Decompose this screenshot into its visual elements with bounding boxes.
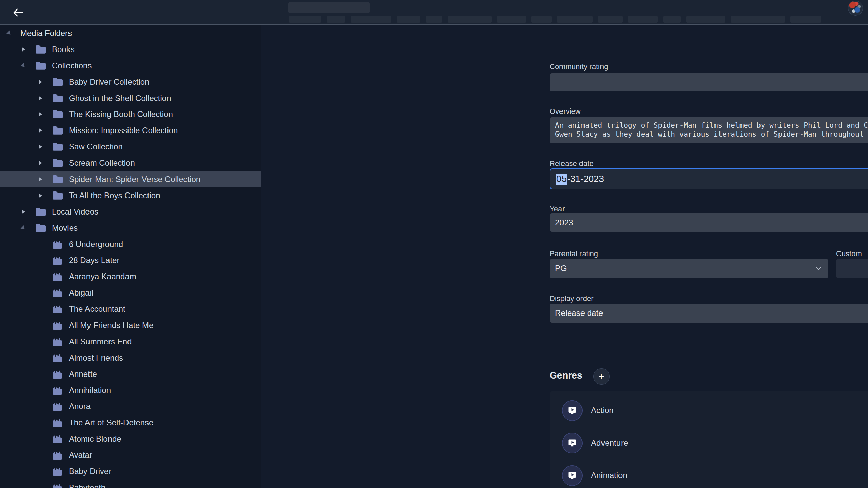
sidebar-item-to-all-the-boys-collection[interactable]: To All the Boys Collection [0, 187, 261, 204]
chevron-collapsed-icon[interactable] [39, 161, 52, 165]
folder-icon [35, 223, 47, 233]
folder-icon [52, 158, 64, 168]
sidebar-item-label: Baby Driver Collection [69, 77, 149, 87]
release-date-input[interactable]: 05 -31-2023 [550, 168, 868, 189]
sidebar-item-label: Saw Collection [69, 142, 123, 151]
parental-rating-select[interactable]: PG [550, 259, 828, 278]
release-date-label: Release date [550, 159, 594, 168]
obscured-path-text [289, 16, 821, 23]
movie-icon [52, 336, 64, 347]
year-input[interactable] [550, 214, 868, 232]
genre-label: Animation [591, 471, 627, 480]
community-rating-input[interactable] [550, 73, 868, 92]
sidebar-item-baby-driver[interactable]: Baby Driver [0, 463, 261, 480]
chevron-collapsed-icon[interactable] [39, 128, 52, 133]
movie-icon [52, 482, 64, 488]
sidebar-item-the-art-of-self-defense[interactable]: The Art of Self-Defense [0, 414, 261, 431]
overview-textarea[interactable]: An animated trilogy of Spider-Man films … [550, 117, 868, 143]
chevron-collapsed-icon[interactable] [39, 144, 52, 149]
sidebar-item-label: The Art of Self-Defense [69, 418, 153, 427]
community-rating-label: Community rating [550, 62, 608, 71]
sidebar-item-movies[interactable]: Movies [0, 220, 261, 236]
user-avatar[interactable] [848, 1, 863, 16]
sidebar-item-anora[interactable]: Anora [0, 398, 261, 414]
sidebar-item-6-underground[interactable]: 6 Underground [0, 236, 261, 252]
add-genre-button[interactable]: + [593, 368, 610, 385]
sidebar-item-babyteeth[interactable]: Babyteeth [0, 480, 261, 488]
play-box-icon [562, 465, 583, 486]
sidebar-item-abigail[interactable]: Abigail [0, 285, 261, 301]
back-button[interactable] [12, 7, 24, 18]
sidebar-item-28-days-later[interactable]: 28 Days Later [0, 252, 261, 268]
sidebar-item-spider-man-spider-verse-collection[interactable]: Spider-Man: Spider-Verse Collection [0, 171, 261, 187]
media-folder-tree[interactable]: BooksCollectionsBaby Driver CollectionGh… [0, 41, 261, 488]
sidebar-item-all-summers-end[interactable]: All Summers End [0, 333, 261, 350]
chevron-collapsed-icon[interactable] [39, 112, 52, 117]
sidebar-item-label: Baby Driver [69, 467, 111, 476]
folder-icon [52, 142, 64, 152]
sidebar-root-label: Media Folders [20, 28, 72, 38]
sidebar-item-label: All Summers End [69, 337, 132, 346]
top-app-bar [0, 0, 868, 25]
sidebar-item-label: To All the Boys Collection [69, 191, 160, 200]
sidebar-item-label: 6 Underground [69, 240, 123, 249]
sidebar-item-label: Avatar [69, 450, 92, 460]
parental-rating-label: Parental rating [550, 249, 598, 258]
chevron-expanded-icon[interactable] [22, 63, 35, 68]
chevron-collapsed-icon[interactable] [22, 47, 35, 52]
movie-icon [52, 304, 64, 314]
sidebar-item-media-folders[interactable]: Media Folders [0, 25, 261, 41]
sidebar-item-label: Aaranya Kaandam [69, 272, 136, 281]
movie-icon [52, 433, 64, 444]
sidebar-item-local-videos[interactable]: Local Videos [0, 204, 261, 220]
chevron-expanded-icon[interactable] [7, 31, 20, 36]
media-folders-sidebar[interactable]: Media Folders BooksCollectionsBaby Drive… [0, 25, 261, 488]
chevron-expanded-icon[interactable] [22, 226, 35, 230]
sidebar-item-aaranya-kaandam[interactable]: Aaranya Kaandam [0, 268, 261, 285]
sidebar-item-annette[interactable]: Annette [0, 366, 261, 382]
folder-icon [35, 44, 47, 55]
folder-icon [35, 61, 47, 71]
movie-icon [52, 401, 64, 412]
chevron-collapsed-icon[interactable] [39, 193, 52, 198]
movie-icon [52, 320, 64, 331]
date-selected-segment[interactable]: 05 [556, 174, 567, 185]
sidebar-item-label: Babyteeth [69, 483, 105, 488]
sidebar-item-label: Spider-Man: Spider-Verse Collection [69, 175, 200, 184]
chevron-collapsed-icon[interactable] [39, 96, 52, 101]
play-box-icon [562, 433, 583, 453]
sidebar-item-label: The Kissing Booth Collection [69, 109, 173, 119]
sidebar-item-the-accountant[interactable]: The Accountant [0, 301, 261, 317]
sidebar-item-label: Annihilation [69, 386, 111, 395]
sidebar-item-atomic-blonde[interactable]: Atomic Blonde [0, 431, 261, 447]
sidebar-item-books[interactable]: Books [0, 41, 261, 58]
sidebar-item-label: 28 Days Later [69, 256, 119, 265]
sidebar-item-annihilation[interactable]: Annihilation [0, 382, 261, 399]
edit-metadata-form: Community rating Overview An animated tr… [261, 25, 868, 488]
sidebar-item-saw-collection[interactable]: Saw Collection [0, 139, 261, 155]
genre-label: Action [591, 406, 614, 415]
chevron-collapsed-icon[interactable] [22, 209, 35, 214]
movie-icon [52, 450, 64, 461]
sidebar-item-baby-driver-collection[interactable]: Baby Driver Collection [0, 74, 261, 90]
movie-icon [52, 271, 64, 282]
custom-rating-select[interactable] [836, 259, 868, 278]
sidebar-item-label: All My Friends Hate Me [69, 321, 153, 330]
sidebar-item-almost-friends[interactable]: Almost Friends [0, 350, 261, 366]
sidebar-item-label: Books [52, 45, 75, 54]
sidebar-item-collections[interactable]: Collections [0, 58, 261, 74]
sidebar-item-avatar[interactable]: Avatar [0, 447, 261, 463]
sidebar-item-the-kissing-booth-collection[interactable]: The Kissing Booth Collection [0, 106, 261, 122]
sidebar-item-scream-collection[interactable]: Scream Collection [0, 155, 261, 171]
genres-heading: Genres [550, 370, 583, 381]
overview-label: Overview [550, 107, 581, 116]
sidebar-item-mission-impossible-collection[interactable]: Mission: Impossible Collection [0, 122, 261, 139]
sidebar-item-ghost-in-the-shell-collection[interactable]: Ghost in the Shell Collection [0, 90, 261, 106]
chevron-collapsed-icon[interactable] [39, 80, 52, 84]
chevron-collapsed-icon[interactable] [39, 177, 52, 182]
movie-icon [52, 369, 64, 380]
arrow-left-icon [14, 9, 22, 16]
display-order-select[interactable]: Release date [550, 304, 868, 323]
display-order-label: Display order [550, 294, 594, 303]
sidebar-item-all-my-friends-hate-me[interactable]: All My Friends Hate Me [0, 317, 261, 333]
